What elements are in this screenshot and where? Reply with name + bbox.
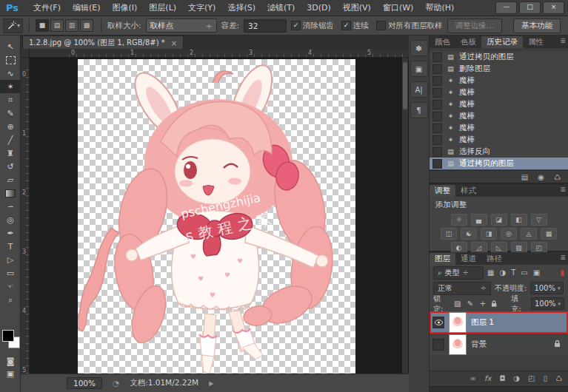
adjustments-tab-1[interactable]: 样式: [455, 185, 481, 197]
visibility-toggle[interactable]: [432, 339, 444, 351]
fill-input[interactable]: 100% ▾: [531, 297, 564, 310]
history-state-row[interactable]: ✶魔棒: [430, 98, 568, 110]
brush-tool[interactable]: ╱: [0, 133, 21, 146]
menu-item-2[interactable]: 图像(I): [107, 3, 144, 13]
layers-tab-0[interactable]: 图层: [430, 253, 455, 265]
color-swatches[interactable]: [2, 330, 20, 349]
close-button[interactable]: ×: [543, 1, 564, 14]
history-brush-tool[interactable]: ↺: [0, 160, 21, 173]
type-tool[interactable]: T: [0, 240, 21, 253]
history-state-row[interactable]: ✶魔棒: [430, 87, 568, 98]
add-selection-mode-icon[interactable]: ▤: [50, 19, 64, 32]
link-layers-icon[interactable]: ∞: [470, 374, 476, 382]
history-tab-1[interactable]: 色板: [455, 36, 481, 48]
zoom-level-input[interactable]: 100%: [67, 377, 102, 389]
image-canvas[interactable]: ♥♥♥ ♥♥♥: [78, 59, 355, 374]
shape-tool[interactable]: ▭: [0, 266, 21, 280]
layer-filter-icon[interactable]: ▦: [487, 268, 494, 277]
menu-item-10[interactable]: 帮助(H): [419, 3, 460, 13]
history-state-row[interactable]: ✶魔棒: [430, 75, 568, 87]
history-source-well[interactable]: [432, 135, 442, 145]
history-state-row[interactable]: ▤选择反向: [430, 146, 568, 158]
move-tool[interactable]: ↖: [0, 40, 21, 53]
adjustment-preset-icon[interactable]: ◬: [521, 228, 537, 240]
adjustment-preset-icon[interactable]: ▦: [541, 228, 557, 240]
adjustments-panel-menu-icon[interactable]: ≣: [560, 186, 566, 193]
marquee-tool[interactable]: [0, 53, 21, 67]
vertical-scrollbar[interactable]: [402, 58, 408, 374]
new-snapshot-icon[interactable]: ◉: [538, 173, 544, 181]
tab-close-icon[interactable]: ×: [171, 39, 177, 47]
opacity-input[interactable]: 100% ▾: [530, 282, 564, 294]
maximize-button[interactable]: □: [519, 1, 541, 14]
adjustments-tab-0[interactable]: 调整: [430, 185, 455, 197]
quick-mask-button[interactable]: ◙: [0, 355, 21, 368]
layer-filter-type-select[interactable]: ⌕ 类型 ÷: [433, 266, 484, 280]
brush-presets-panel-button[interactable]: ✽: [410, 40, 428, 56]
history-tab-2[interactable]: 历史记录: [481, 36, 523, 48]
adjustment-preset-icon[interactable]: ▽: [531, 214, 547, 226]
adjustment-preset-icon[interactable]: ◧: [511, 214, 527, 226]
intersect-selection-mode-icon[interactable]: ▩: [80, 19, 93, 32]
adjustment-preset-icon[interactable]: ◫: [441, 228, 457, 240]
checkbox-0[interactable]: ✓消除锯齿: [291, 21, 334, 31]
history-state-row[interactable]: ✶魔棒: [430, 110, 568, 122]
minimize-button[interactable]: —: [495, 1, 517, 14]
tool-caret-icon[interactable]: ▾: [17, 22, 20, 29]
document-tab[interactable]: 1.2.8.jpg @ 100% (图层 1, RGB/8#) * ×: [22, 36, 184, 50]
adjustment-preset-icon[interactable]: ☼: [451, 214, 467, 226]
clone-stamp-tool[interactable]: ♜: [0, 146, 21, 160]
adjustment-preset-icon[interactable]: ◎: [501, 228, 517, 240]
paragraph-panel-button[interactable]: ¶: [410, 102, 428, 118]
history-state-row[interactable]: ▤通过拷贝的图层: [430, 51, 568, 63]
hand-tool[interactable]: ☜: [0, 280, 21, 293]
lock-option-icon[interactable]: ▨: [452, 300, 462, 308]
eraser-tool[interactable]: ▱: [0, 173, 21, 186]
clone-source-panel-button[interactable]: ▣: [410, 61, 428, 77]
layers-tab-2[interactable]: 路径: [481, 253, 507, 265]
magic-wand-tool[interactable]: ✶: [0, 80, 21, 93]
history-tab-0[interactable]: 颜色: [430, 36, 455, 48]
refine-edge-button[interactable]: 调整边缘…: [447, 18, 503, 33]
crop-tool[interactable]: ⌗: [0, 93, 21, 107]
adjustment-preset-icon[interactable]: ▄: [471, 214, 487, 226]
checkbox-2[interactable]: 对所有图层取样: [376, 21, 443, 31]
history-source-well[interactable]: [432, 53, 442, 62]
delete-state-icon[interactable]: ♺: [554, 173, 561, 181]
foreground-color-swatch[interactable]: [2, 330, 14, 342]
healing-brush-tool[interactable]: ⊕: [0, 120, 21, 133]
layer-filter-icon[interactable]: ▭: [521, 268, 527, 277]
new-document-from-state-icon[interactable]: ▤: [521, 173, 528, 181]
history-source-well[interactable]: [432, 64, 442, 74]
adjustment-preset-icon[interactable]: ☯: [461, 228, 477, 240]
new-adjustment-layer-icon[interactable]: ◑: [513, 374, 520, 382]
history-source-well[interactable]: [432, 76, 442, 86]
dodge-tool[interactable]: ◎: [0, 213, 21, 226]
layer-row[interactable]: 背景: [430, 334, 568, 356]
menu-item-6[interactable]: 滤镜(T): [261, 3, 301, 13]
layers-tab-1[interactable]: 通道: [455, 253, 481, 265]
layer-thumbnail[interactable]: [449, 334, 467, 355]
menu-item-4[interactable]: 文字(Y): [182, 3, 221, 13]
checkbox-1[interactable]: ✓连续: [341, 21, 369, 31]
delete-layer-icon[interactable]: ♺: [555, 374, 562, 382]
lasso-tool[interactable]: ∿: [0, 67, 21, 80]
path-selection-tool[interactable]: ▷: [0, 253, 21, 266]
history-state-row[interactable]: ▤通过拷贝的图层: [430, 158, 568, 169]
layer-filter-icon[interactable]: ▣: [533, 268, 540, 277]
history-panel-menu-icon[interactable]: ≣: [560, 37, 566, 44]
filter-toggle-icon[interactable]: ▮: [560, 268, 564, 277]
adjustment-preset-icon[interactable]: ◪: [491, 214, 507, 226]
tolerance-input[interactable]: 32: [244, 19, 287, 33]
new-layer-icon[interactable]: ▯: [544, 374, 548, 382]
menu-item-8[interactable]: 视图(V): [337, 3, 377, 13]
menu-item-9[interactable]: 窗口(W): [377, 3, 419, 13]
new-group-icon[interactable]: ◰: [528, 374, 535, 382]
history-source-well[interactable]: [432, 124, 442, 133]
history-state-row[interactable]: ✶魔棒: [430, 134, 568, 146]
smudge-tool[interactable]: ∽: [0, 200, 21, 213]
character-panel-button[interactable]: A|: [410, 81, 428, 98]
history-source-well[interactable]: [432, 147, 442, 157]
history-tab-3[interactable]: 属性: [523, 36, 549, 48]
subtract-selection-mode-icon[interactable]: ▥: [65, 19, 78, 32]
